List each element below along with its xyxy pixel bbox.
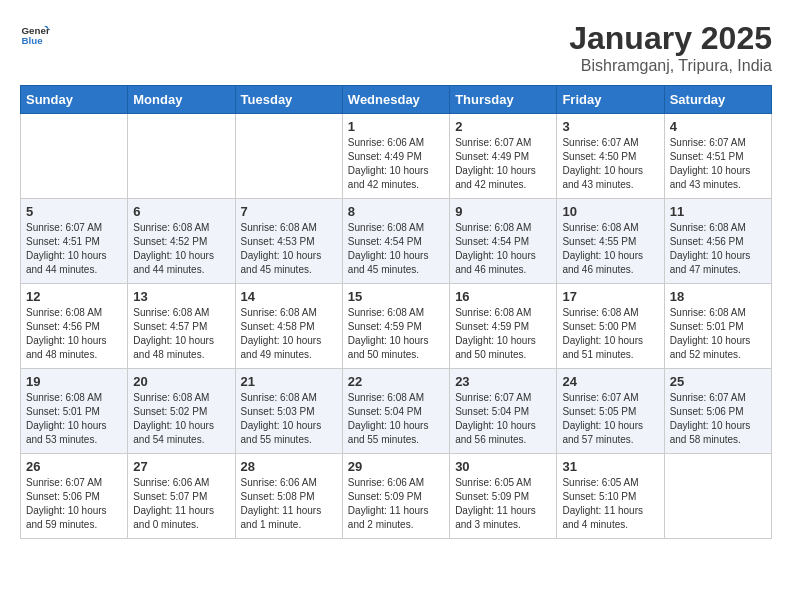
weekday-header-thursday: Thursday [450, 86, 557, 114]
day-cell: 1Sunrise: 6:06 AM Sunset: 4:49 PM Daylig… [342, 114, 449, 199]
day-number: 28 [241, 459, 337, 474]
day-info: Sunrise: 6:08 AM Sunset: 5:00 PM Dayligh… [562, 306, 658, 362]
svg-text:Blue: Blue [22, 35, 44, 46]
day-info: Sunrise: 6:08 AM Sunset: 4:58 PM Dayligh… [241, 306, 337, 362]
day-info: Sunrise: 6:08 AM Sunset: 4:56 PM Dayligh… [26, 306, 122, 362]
week-row-5: 26Sunrise: 6:07 AM Sunset: 5:06 PM Dayli… [21, 454, 772, 539]
day-number: 7 [241, 204, 337, 219]
day-cell: 12Sunrise: 6:08 AM Sunset: 4:56 PM Dayli… [21, 284, 128, 369]
day-cell: 29Sunrise: 6:06 AM Sunset: 5:09 PM Dayli… [342, 454, 449, 539]
day-cell: 28Sunrise: 6:06 AM Sunset: 5:08 PM Dayli… [235, 454, 342, 539]
day-info: Sunrise: 6:05 AM Sunset: 5:10 PM Dayligh… [562, 476, 658, 532]
day-number: 18 [670, 289, 766, 304]
day-info: Sunrise: 6:07 AM Sunset: 5:04 PM Dayligh… [455, 391, 551, 447]
day-number: 4 [670, 119, 766, 134]
day-number: 19 [26, 374, 122, 389]
day-info: Sunrise: 6:08 AM Sunset: 4:56 PM Dayligh… [670, 221, 766, 277]
day-cell: 9Sunrise: 6:08 AM Sunset: 4:54 PM Daylig… [450, 199, 557, 284]
week-row-3: 12Sunrise: 6:08 AM Sunset: 4:56 PM Dayli… [21, 284, 772, 369]
day-info: Sunrise: 6:07 AM Sunset: 5:06 PM Dayligh… [670, 391, 766, 447]
day-cell: 22Sunrise: 6:08 AM Sunset: 5:04 PM Dayli… [342, 369, 449, 454]
day-number: 2 [455, 119, 551, 134]
day-number: 16 [455, 289, 551, 304]
day-number: 1 [348, 119, 444, 134]
day-cell: 24Sunrise: 6:07 AM Sunset: 5:05 PM Dayli… [557, 369, 664, 454]
weekday-header-saturday: Saturday [664, 86, 771, 114]
day-cell: 16Sunrise: 6:08 AM Sunset: 4:59 PM Dayli… [450, 284, 557, 369]
day-cell: 21Sunrise: 6:08 AM Sunset: 5:03 PM Dayli… [235, 369, 342, 454]
day-info: Sunrise: 6:07 AM Sunset: 4:49 PM Dayligh… [455, 136, 551, 192]
day-info: Sunrise: 6:08 AM Sunset: 5:01 PM Dayligh… [670, 306, 766, 362]
title-block: January 2025 Bishramganj, Tripura, India [569, 20, 772, 75]
day-info: Sunrise: 6:08 AM Sunset: 4:59 PM Dayligh… [348, 306, 444, 362]
day-number: 14 [241, 289, 337, 304]
day-number: 26 [26, 459, 122, 474]
day-info: Sunrise: 6:07 AM Sunset: 4:50 PM Dayligh… [562, 136, 658, 192]
day-cell: 7Sunrise: 6:08 AM Sunset: 4:53 PM Daylig… [235, 199, 342, 284]
day-cell: 23Sunrise: 6:07 AM Sunset: 5:04 PM Dayli… [450, 369, 557, 454]
day-number: 17 [562, 289, 658, 304]
weekday-header-row: SundayMondayTuesdayWednesdayThursdayFrid… [21, 86, 772, 114]
day-cell: 8Sunrise: 6:08 AM Sunset: 4:54 PM Daylig… [342, 199, 449, 284]
day-cell: 30Sunrise: 6:05 AM Sunset: 5:09 PM Dayli… [450, 454, 557, 539]
day-info: Sunrise: 6:06 AM Sunset: 5:08 PM Dayligh… [241, 476, 337, 532]
calendar-table: SundayMondayTuesdayWednesdayThursdayFrid… [20, 85, 772, 539]
weekday-header-sunday: Sunday [21, 86, 128, 114]
location-title: Bishramganj, Tripura, India [569, 57, 772, 75]
day-info: Sunrise: 6:08 AM Sunset: 4:55 PM Dayligh… [562, 221, 658, 277]
weekday-header-wednesday: Wednesday [342, 86, 449, 114]
day-number: 20 [133, 374, 229, 389]
day-number: 11 [670, 204, 766, 219]
day-cell: 11Sunrise: 6:08 AM Sunset: 4:56 PM Dayli… [664, 199, 771, 284]
day-number: 3 [562, 119, 658, 134]
day-info: Sunrise: 6:08 AM Sunset: 4:54 PM Dayligh… [455, 221, 551, 277]
day-number: 23 [455, 374, 551, 389]
day-cell [21, 114, 128, 199]
day-number: 30 [455, 459, 551, 474]
day-number: 24 [562, 374, 658, 389]
day-cell: 19Sunrise: 6:08 AM Sunset: 5:01 PM Dayli… [21, 369, 128, 454]
day-cell: 17Sunrise: 6:08 AM Sunset: 5:00 PM Dayli… [557, 284, 664, 369]
day-cell: 20Sunrise: 6:08 AM Sunset: 5:02 PM Dayli… [128, 369, 235, 454]
week-row-4: 19Sunrise: 6:08 AM Sunset: 5:01 PM Dayli… [21, 369, 772, 454]
day-cell: 6Sunrise: 6:08 AM Sunset: 4:52 PM Daylig… [128, 199, 235, 284]
day-number: 12 [26, 289, 122, 304]
day-number: 13 [133, 289, 229, 304]
week-row-2: 5Sunrise: 6:07 AM Sunset: 4:51 PM Daylig… [21, 199, 772, 284]
day-info: Sunrise: 6:06 AM Sunset: 5:07 PM Dayligh… [133, 476, 229, 532]
day-number: 8 [348, 204, 444, 219]
page-header: General Blue January 2025 Bishramganj, T… [20, 20, 772, 75]
day-number: 27 [133, 459, 229, 474]
day-number: 5 [26, 204, 122, 219]
day-info: Sunrise: 6:08 AM Sunset: 4:57 PM Dayligh… [133, 306, 229, 362]
logo-icon: General Blue [20, 20, 50, 50]
weekday-header-tuesday: Tuesday [235, 86, 342, 114]
day-info: Sunrise: 6:05 AM Sunset: 5:09 PM Dayligh… [455, 476, 551, 532]
day-info: Sunrise: 6:08 AM Sunset: 4:54 PM Dayligh… [348, 221, 444, 277]
day-info: Sunrise: 6:08 AM Sunset: 5:02 PM Dayligh… [133, 391, 229, 447]
day-cell: 18Sunrise: 6:08 AM Sunset: 5:01 PM Dayli… [664, 284, 771, 369]
day-info: Sunrise: 6:07 AM Sunset: 4:51 PM Dayligh… [26, 221, 122, 277]
week-row-1: 1Sunrise: 6:06 AM Sunset: 4:49 PM Daylig… [21, 114, 772, 199]
day-number: 29 [348, 459, 444, 474]
weekday-header-monday: Monday [128, 86, 235, 114]
day-cell: 3Sunrise: 6:07 AM Sunset: 4:50 PM Daylig… [557, 114, 664, 199]
day-cell: 13Sunrise: 6:08 AM Sunset: 4:57 PM Dayli… [128, 284, 235, 369]
logo: General Blue [20, 20, 50, 50]
day-cell: 26Sunrise: 6:07 AM Sunset: 5:06 PM Dayli… [21, 454, 128, 539]
day-cell: 14Sunrise: 6:08 AM Sunset: 4:58 PM Dayli… [235, 284, 342, 369]
day-number: 22 [348, 374, 444, 389]
day-cell: 2Sunrise: 6:07 AM Sunset: 4:49 PM Daylig… [450, 114, 557, 199]
day-number: 25 [670, 374, 766, 389]
day-cell [664, 454, 771, 539]
day-cell: 31Sunrise: 6:05 AM Sunset: 5:10 PM Dayli… [557, 454, 664, 539]
day-info: Sunrise: 6:06 AM Sunset: 5:09 PM Dayligh… [348, 476, 444, 532]
day-cell: 4Sunrise: 6:07 AM Sunset: 4:51 PM Daylig… [664, 114, 771, 199]
day-info: Sunrise: 6:07 AM Sunset: 5:05 PM Dayligh… [562, 391, 658, 447]
day-info: Sunrise: 6:06 AM Sunset: 4:49 PM Dayligh… [348, 136, 444, 192]
day-cell: 15Sunrise: 6:08 AM Sunset: 4:59 PM Dayli… [342, 284, 449, 369]
month-title: January 2025 [569, 20, 772, 57]
day-cell: 27Sunrise: 6:06 AM Sunset: 5:07 PM Dayli… [128, 454, 235, 539]
day-number: 9 [455, 204, 551, 219]
day-info: Sunrise: 6:08 AM Sunset: 4:53 PM Dayligh… [241, 221, 337, 277]
